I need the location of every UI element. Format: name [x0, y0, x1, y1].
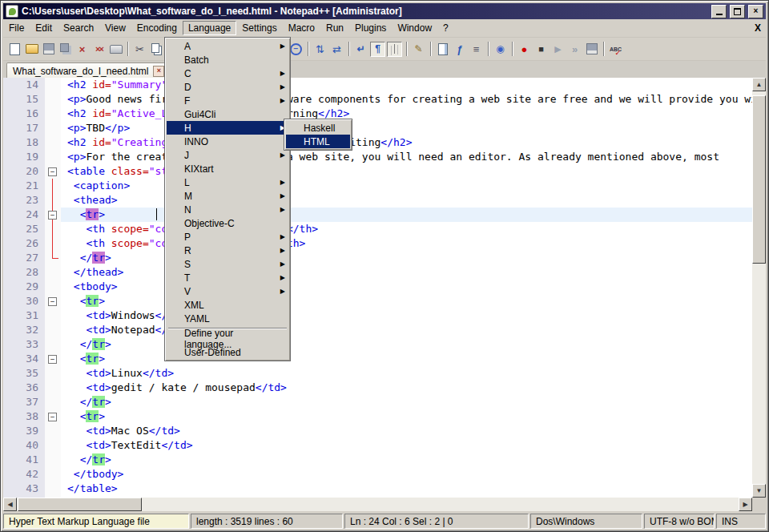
- editor-line-34[interactable]: 34 <tr>: [3, 352, 752, 366]
- menu-edit[interactable]: Edit: [30, 21, 58, 35]
- editor-line-32[interactable]: 32 <td>Notepad</td>: [3, 323, 752, 337]
- fold-collapse-box[interactable]: [48, 355, 57, 364]
- tab-what-software-do-i-need[interactable]: What_software_do_I_need.html ×: [6, 62, 171, 79]
- language-menu-item-f[interactable]: F▶: [167, 94, 288, 107]
- close-button[interactable]: ×: [748, 5, 763, 18]
- save-icon[interactable]: [41, 42, 56, 57]
- menubar-close-x[interactable]: X: [755, 22, 761, 34]
- editor-line-25[interactable]: 25 <th scope="col">Operating system</th>: [3, 222, 752, 236]
- menu-settings[interactable]: Settings: [236, 21, 282, 35]
- titlebar[interactable]: C:\Users\user\Desktop\What_software_do_I…: [3, 3, 766, 19]
- menu-view[interactable]: View: [99, 21, 131, 35]
- tab-close-icon[interactable]: ×: [153, 66, 164, 77]
- menu-language[interactable]: Language: [183, 21, 236, 35]
- editor-line-20[interactable]: 20<table class="standard-table">: [3, 164, 752, 179]
- submenu-item-haskell[interactable]: Haskell: [286, 121, 350, 135]
- line-number[interactable]: 26: [3, 236, 45, 251]
- language-menu-item-m[interactable]: M▶: [167, 189, 288, 203]
- editor-line-43[interactable]: 43</table>: [3, 482, 752, 496]
- fold-collapse-box[interactable]: [48, 297, 57, 306]
- open-folder-icon[interactable]: [24, 42, 39, 57]
- line-number[interactable]: 28: [3, 265, 45, 280]
- indent-guide-icon[interactable]: [387, 42, 402, 57]
- close-icon[interactable]: [74, 42, 90, 57]
- cut-icon[interactable]: [132, 42, 147, 57]
- function-list-icon[interactable]: [452, 42, 467, 57]
- print-icon[interactable]: [108, 42, 123, 57]
- line-number[interactable]: 18: [3, 135, 45, 150]
- language-menu-item-batch[interactable]: Batch: [167, 53, 288, 66]
- line-number[interactable]: 21: [3, 179, 45, 193]
- fold-collapse-box[interactable]: [48, 167, 57, 176]
- language-menu-item-j[interactable]: J▶: [167, 148, 288, 162]
- editor-line-21[interactable]: 21 <caption>: [3, 179, 752, 193]
- line-number[interactable]: 34: [3, 352, 45, 366]
- editor-line-18[interactable]: 18<h2 id="Creating_and_editing">Creating…: [3, 135, 752, 150]
- menu-plugins[interactable]: Plugins: [349, 21, 392, 35]
- editor-line-24[interactable]: 24 <tr>: [3, 208, 752, 222]
- fold-collapse-box[interactable]: [48, 413, 57, 421]
- line-number[interactable]: 16: [3, 107, 45, 121]
- line-number[interactable]: 41: [3, 453, 45, 467]
- line-number[interactable]: 29: [3, 280, 45, 294]
- doc-switcher-icon[interactable]: [469, 42, 484, 57]
- show-all-chars-icon[interactable]: [370, 42, 385, 57]
- fold-collapse-box[interactable]: [48, 211, 57, 220]
- language-menu-item-kixtart[interactable]: KIXtart: [167, 162, 288, 175]
- editor-line-36[interactable]: 36 <td>gedit / kate / mousepad</td>: [3, 381, 752, 395]
- sync-horizontal-icon[interactable]: [329, 42, 344, 57]
- save-macro-icon[interactable]: [584, 42, 599, 57]
- language-menu-item-xml[interactable]: XML: [167, 298, 288, 312]
- language-menu-item-define-your-language[interactable]: Define your language...: [167, 332, 288, 345]
- editor-line-41[interactable]: 41 </tr>: [3, 453, 752, 467]
- editor-line-31[interactable]: 31 <td>Windows</td>: [3, 308, 752, 323]
- word-wrap-icon[interactable]: [353, 42, 368, 57]
- language-menu-item-yaml[interactable]: YAML: [167, 312, 288, 325]
- line-number[interactable]: 40: [3, 438, 45, 453]
- vertical-scrollbar[interactable]: ▲ ▼: [752, 78, 766, 498]
- menu-[interactable]: ?: [437, 21, 454, 35]
- line-number[interactable]: 35: [3, 366, 45, 381]
- scroll-right-arrow[interactable]: ▶: [739, 498, 752, 511]
- sync-vertical-icon[interactable]: [312, 42, 328, 57]
- menu-encoding[interactable]: Encoding: [131, 21, 183, 35]
- horizontal-scrollbar[interactable]: ◀ ▶: [3, 498, 752, 511]
- copy-icon[interactable]: [149, 42, 164, 57]
- line-number[interactable]: 31: [3, 308, 45, 323]
- editor-line-28[interactable]: 28 </thead>: [3, 265, 752, 280]
- language-menu-item-c[interactable]: C▶: [167, 66, 288, 80]
- language-menu-item-s[interactable]: S▶: [167, 257, 288, 271]
- language-menu-item-d[interactable]: D▶: [167, 80, 288, 94]
- language-menu-item-l[interactable]: L▶: [167, 175, 288, 189]
- editor-line-15[interactable]: 15<p>Good news first: all of the softwar…: [3, 92, 752, 107]
- close-all-icon[interactable]: [91, 42, 107, 57]
- scroll-down-arrow[interactable]: ▼: [752, 484, 766, 498]
- editor-line-42[interactable]: 42 </tbody>: [3, 467, 752, 482]
- line-number[interactable]: 15: [3, 92, 45, 107]
- line-number[interactable]: 43: [3, 482, 45, 496]
- menu-macro[interactable]: Macro: [283, 21, 320, 35]
- doc-map-icon[interactable]: [435, 42, 450, 57]
- restore-button[interactable]: [730, 5, 745, 18]
- vertical-scroll-thumb[interactable]: [752, 95, 766, 264]
- play-macro-icon[interactable]: [550, 42, 566, 57]
- line-number[interactable]: 37: [3, 395, 45, 409]
- save-all-icon[interactable]: [58, 42, 73, 57]
- editor-line-33[interactable]: 33 </tr>: [3, 337, 752, 352]
- menu-run[interactable]: Run: [320, 21, 349, 35]
- record-macro-icon[interactable]: [517, 42, 532, 57]
- line-number[interactable]: 36: [3, 381, 45, 395]
- language-menu-item-h[interactable]: H▶: [167, 121, 288, 135]
- language-menu-item-objective-c[interactable]: Objective-C: [167, 216, 288, 230]
- line-number[interactable]: 23: [3, 193, 45, 208]
- editor-line-39[interactable]: 39 <td>Mac OS</td>: [3, 424, 752, 438]
- line-number[interactable]: 20: [3, 164, 45, 179]
- line-number[interactable]: 42: [3, 467, 45, 482]
- editor-line-35[interactable]: 35 <td>Linux</td>: [3, 366, 752, 381]
- language-menu-item-v[interactable]: V▶: [167, 284, 288, 298]
- scroll-left-arrow[interactable]: ◀: [3, 498, 17, 511]
- line-number[interactable]: 30: [3, 294, 45, 308]
- language-menu-item-p[interactable]: P▶: [167, 230, 288, 244]
- line-number[interactable]: 24: [3, 208, 45, 222]
- line-number[interactable]: 27: [3, 251, 45, 265]
